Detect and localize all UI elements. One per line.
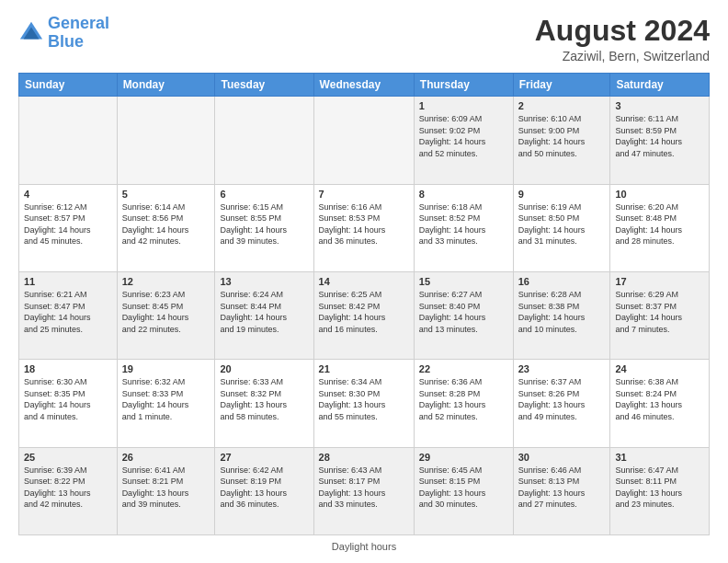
day-info: Sunrise: 6:37 AM Sunset: 8:26 PM Dayligh… xyxy=(518,376,606,422)
day-number: 26 xyxy=(122,452,210,463)
weekday-row: SundayMondayTuesdayWednesdayThursdayFrid… xyxy=(19,74,710,97)
calendar-cell-w2d4: 15Sunrise: 6:27 AM Sunset: 8:40 PM Dayli… xyxy=(414,271,513,359)
calendar-cell-w4d6: 31Sunrise: 6:47 AM Sunset: 8:11 PM Dayli… xyxy=(610,447,710,534)
day-number: 10 xyxy=(615,189,704,200)
day-number: 14 xyxy=(319,276,409,287)
day-number: 18 xyxy=(24,363,112,374)
day-number: 4 xyxy=(24,189,112,200)
calendar-cell-w1d2: 6Sunrise: 6:15 AM Sunset: 8:55 PM Daylig… xyxy=(215,184,313,271)
week-row-3: 18Sunrise: 6:30 AM Sunset: 8:35 PM Dayli… xyxy=(19,360,710,447)
day-number: 6 xyxy=(220,189,308,200)
weekday-header-monday: Monday xyxy=(117,74,215,97)
calendar-cell-w3d4: 22Sunrise: 6:36 AM Sunset: 8:28 PM Dayli… xyxy=(414,360,513,447)
calendar-header: SundayMondayTuesdayWednesdayThursdayFrid… xyxy=(19,74,710,97)
footer-note: Daylight hours xyxy=(18,539,710,554)
weekday-header-saturday: Saturday xyxy=(610,74,710,97)
day-info: Sunrise: 6:10 AM Sunset: 9:00 PM Dayligh… xyxy=(518,113,606,159)
day-info: Sunrise: 6:24 AM Sunset: 8:44 PM Dayligh… xyxy=(220,289,308,335)
week-row-0: 1Sunrise: 6:09 AM Sunset: 9:02 PM Daylig… xyxy=(19,97,710,184)
day-number: 27 xyxy=(220,452,308,463)
day-info: Sunrise: 6:39 AM Sunset: 8:22 PM Dayligh… xyxy=(24,465,112,511)
day-info: Sunrise: 6:29 AM Sunset: 8:37 PM Dayligh… xyxy=(615,289,704,335)
day-number: 15 xyxy=(419,276,508,287)
calendar-cell-w4d4: 29Sunrise: 6:45 AM Sunset: 8:15 PM Dayli… xyxy=(414,447,513,534)
day-info: Sunrise: 6:11 AM Sunset: 8:59 PM Dayligh… xyxy=(615,113,704,159)
day-number: 13 xyxy=(220,276,308,287)
calendar-cell-w3d6: 24Sunrise: 6:38 AM Sunset: 8:24 PM Dayli… xyxy=(610,360,710,447)
day-info: Sunrise: 6:12 AM Sunset: 8:57 PM Dayligh… xyxy=(24,201,112,247)
day-number: 3 xyxy=(615,100,704,111)
day-number: 24 xyxy=(615,363,704,374)
week-row-1: 4Sunrise: 6:12 AM Sunset: 8:57 PM Daylig… xyxy=(19,184,710,271)
day-info: Sunrise: 6:45 AM Sunset: 8:15 PM Dayligh… xyxy=(419,465,508,511)
calendar-cell-w2d3: 14Sunrise: 6:25 AM Sunset: 8:42 PM Dayli… xyxy=(313,271,414,359)
calendar-cell-w4d2: 27Sunrise: 6:42 AM Sunset: 8:19 PM Dayli… xyxy=(215,447,313,534)
day-number: 19 xyxy=(122,363,210,374)
day-info: Sunrise: 6:38 AM Sunset: 8:24 PM Dayligh… xyxy=(615,376,704,422)
day-info: Sunrise: 6:34 AM Sunset: 8:30 PM Dayligh… xyxy=(319,376,409,422)
calendar-table: SundayMondayTuesdayWednesdayThursdayFrid… xyxy=(18,73,710,535)
day-number: 20 xyxy=(220,363,308,374)
calendar-cell-w4d0: 25Sunrise: 6:39 AM Sunset: 8:22 PM Dayli… xyxy=(19,447,118,534)
day-number: 16 xyxy=(518,276,606,287)
day-info: Sunrise: 6:21 AM Sunset: 8:47 PM Dayligh… xyxy=(24,289,112,335)
day-info: Sunrise: 6:47 AM Sunset: 8:11 PM Dayligh… xyxy=(615,465,704,511)
location: Zaziwil, Bern, Switzerland xyxy=(535,49,710,63)
day-number: 21 xyxy=(319,363,409,374)
day-info: Sunrise: 6:42 AM Sunset: 8:19 PM Dayligh… xyxy=(220,465,308,511)
day-number: 8 xyxy=(419,189,508,200)
day-info: Sunrise: 6:33 AM Sunset: 8:32 PM Dayligh… xyxy=(220,376,308,422)
calendar-cell-w3d5: 23Sunrise: 6:37 AM Sunset: 8:26 PM Dayli… xyxy=(513,360,610,447)
day-number: 12 xyxy=(122,276,210,287)
header: General Blue August 2024 Zaziwil, Bern, … xyxy=(18,15,710,63)
weekday-header-friday: Friday xyxy=(513,74,610,97)
calendar-cell-w2d2: 13Sunrise: 6:24 AM Sunset: 8:44 PM Dayli… xyxy=(215,271,313,359)
calendar-cell-w0d6: 3Sunrise: 6:11 AM Sunset: 8:59 PM Daylig… xyxy=(610,97,710,184)
calendar-cell-w1d4: 8Sunrise: 6:18 AM Sunset: 8:52 PM Daylig… xyxy=(414,184,513,271)
calendar-cell-w0d2 xyxy=(215,97,313,184)
logo-icon xyxy=(18,20,44,46)
calendar: SundayMondayTuesdayWednesdayThursdayFrid… xyxy=(18,73,710,535)
day-info: Sunrise: 6:27 AM Sunset: 8:40 PM Dayligh… xyxy=(419,289,508,335)
calendar-cell-w0d1 xyxy=(117,97,215,184)
page: General Blue August 2024 Zaziwil, Bern, … xyxy=(0,0,728,563)
day-info: Sunrise: 6:18 AM Sunset: 8:52 PM Dayligh… xyxy=(419,201,508,247)
logo-blue: Blue xyxy=(48,32,84,51)
day-number: 23 xyxy=(518,363,606,374)
calendar-cell-w3d0: 18Sunrise: 6:30 AM Sunset: 8:35 PM Dayli… xyxy=(19,360,118,447)
footer-text: Daylight hours xyxy=(332,541,396,552)
week-row-4: 25Sunrise: 6:39 AM Sunset: 8:22 PM Dayli… xyxy=(19,447,710,534)
day-info: Sunrise: 6:23 AM Sunset: 8:45 PM Dayligh… xyxy=(122,289,210,335)
day-number: 29 xyxy=(419,452,508,463)
calendar-cell-w2d1: 12Sunrise: 6:23 AM Sunset: 8:45 PM Dayli… xyxy=(117,271,215,359)
day-info: Sunrise: 6:09 AM Sunset: 9:02 PM Dayligh… xyxy=(419,113,508,159)
weekday-header-thursday: Thursday xyxy=(414,74,513,97)
logo-general: General xyxy=(48,14,109,32)
day-number: 9 xyxy=(518,189,606,200)
calendar-cell-w0d3 xyxy=(313,97,414,184)
calendar-cell-w4d5: 30Sunrise: 6:46 AM Sunset: 8:13 PM Dayli… xyxy=(513,447,610,534)
day-info: Sunrise: 6:19 AM Sunset: 8:50 PM Dayligh… xyxy=(518,201,606,247)
calendar-cell-w2d5: 16Sunrise: 6:28 AM Sunset: 8:38 PM Dayli… xyxy=(513,271,610,359)
day-number: 28 xyxy=(319,452,409,463)
week-row-2: 11Sunrise: 6:21 AM Sunset: 8:47 PM Dayli… xyxy=(19,271,710,359)
day-number: 22 xyxy=(419,363,508,374)
month-title: August 2024 xyxy=(535,15,710,47)
day-info: Sunrise: 6:43 AM Sunset: 8:17 PM Dayligh… xyxy=(319,465,409,511)
day-number: 30 xyxy=(518,452,606,463)
day-info: Sunrise: 6:25 AM Sunset: 8:42 PM Dayligh… xyxy=(319,289,409,335)
calendar-cell-w0d0 xyxy=(19,97,118,184)
weekday-header-wednesday: Wednesday xyxy=(313,74,414,97)
day-number: 25 xyxy=(24,452,112,463)
calendar-cell-w1d0: 4Sunrise: 6:12 AM Sunset: 8:57 PM Daylig… xyxy=(19,184,118,271)
day-info: Sunrise: 6:14 AM Sunset: 8:56 PM Dayligh… xyxy=(122,201,210,247)
day-info: Sunrise: 6:28 AM Sunset: 8:38 PM Dayligh… xyxy=(518,289,606,335)
day-number: 5 xyxy=(122,189,210,200)
logo-text: General Blue xyxy=(48,15,109,52)
day-info: Sunrise: 6:41 AM Sunset: 8:21 PM Dayligh… xyxy=(122,465,210,511)
day-number: 2 xyxy=(518,100,606,111)
calendar-cell-w1d5: 9Sunrise: 6:19 AM Sunset: 8:50 PM Daylig… xyxy=(513,184,610,271)
weekday-header-tuesday: Tuesday xyxy=(215,74,313,97)
day-number: 31 xyxy=(615,452,704,463)
day-info: Sunrise: 6:20 AM Sunset: 8:48 PM Dayligh… xyxy=(615,201,704,247)
